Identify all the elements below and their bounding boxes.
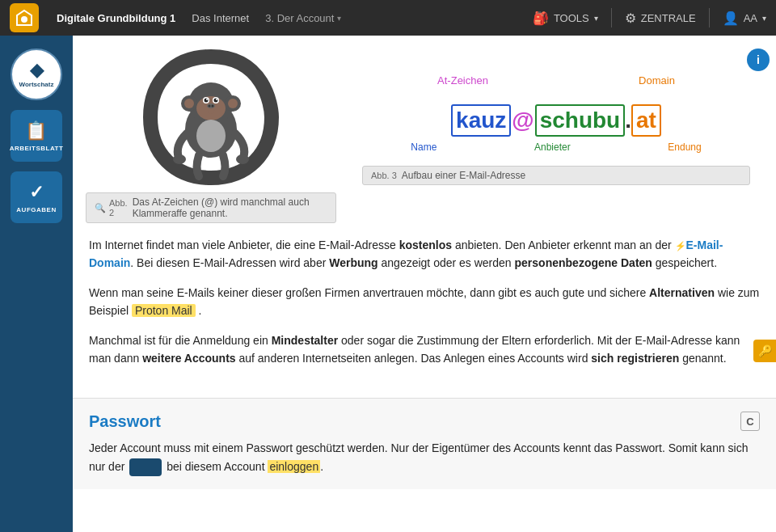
info-button[interactable]: i <box>747 49 770 71</box>
monkey-svg <box>142 49 280 186</box>
zoom-icon: 🔍 <box>95 203 106 213</box>
user-menu-button[interactable]: 👤 AA ▾ <box>723 11 766 26</box>
svg-point-12 <box>214 99 218 103</box>
email-part-provider: schubu <box>535 104 626 137</box>
monkey-image <box>142 49 280 186</box>
figure-2-box: 🔍 Abb. 2 Das At-Zeichen (@) wird manchma… <box>86 49 336 223</box>
aufgaben-icon: ✓ <box>29 182 44 203</box>
passwort-badge: C <box>740 412 760 431</box>
label-domain: Domain <box>639 74 675 87</box>
label-anbieter: Anbieter <box>534 141 571 153</box>
nav-divider2 <box>709 8 710 27</box>
einloggen-highlight: einloggen <box>268 460 320 473</box>
paragraph-2: Wenn man seine E-Mails keiner dieser gro… <box>89 284 760 320</box>
sidebar-item-aufgaben[interactable]: ✓ AUFGABEN <box>11 171 62 223</box>
tools-icon: 🎒 <box>533 11 549 26</box>
email-part-tld: at <box>631 104 661 137</box>
chevron-down-icon: ▾ <box>337 14 341 23</box>
passwort-header: Passwort C <box>89 412 760 431</box>
app-logo[interactable] <box>10 3 39 32</box>
passwort-section: Passwort C Jeder Account muss mit einem … <box>73 398 776 489</box>
nav-crumb-chapter[interactable]: Das Internet <box>183 0 257 36</box>
sidebar-item-arbeitsblatt[interactable]: 📋 ARBEITSBLATT <box>11 110 62 162</box>
tools-chevron-icon: ▾ <box>594 14 598 23</box>
label-name: Name <box>411 141 436 153</box>
sidebar-item-wortschatz[interactable]: ◆ Wortschatz <box>11 49 62 100</box>
email-diagram: At-Zeichen Domain kauz @ schubu . at Nam… <box>349 49 763 210</box>
proton-mail-link[interactable]: Proton Mail <box>132 304 196 317</box>
top-navigation: Digitale Grundbildung 1 Das Internet 3. … <box>0 0 776 36</box>
bold-registrieren: sich registrieren <box>591 352 679 365</box>
user-chevron-icon: ▾ <box>762 14 766 23</box>
user-icon: 👤 <box>723 11 739 26</box>
zentrale-icon: ⚙ <box>625 11 636 26</box>
paragraph-3: Manchmal ist für die Anmeldung ein Minde… <box>89 331 760 368</box>
tools-button[interactable]: 🎒 TOOLS ▾ <box>533 11 598 26</box>
svg-point-5 <box>184 99 194 108</box>
bold-kostenlos: kostenlos <box>399 239 452 251</box>
arbeitsblatt-icon: 📋 <box>25 120 48 141</box>
svg-point-16 <box>209 105 211 108</box>
diamond-icon: ◆ <box>30 61 44 79</box>
email-address-display: kauz @ schubu . at <box>451 104 661 137</box>
svg-point-19 <box>236 154 249 164</box>
content-area: 🔍 Abb. 2 Das At-Zeichen (@) wird manchma… <box>73 36 776 532</box>
zentrale-button[interactable]: ⚙ ZENTRALE <box>625 11 696 26</box>
bold-alternativen: Alternativen <box>649 286 715 299</box>
nav-crumb-section[interactable]: 3. Der Account ▾ <box>257 0 349 36</box>
svg-point-1 <box>21 16 27 23</box>
email-part-name: kauz <box>451 104 511 137</box>
bottom-icon-placeholder <box>129 458 162 476</box>
passwort-text: Jeder Account muss mit einem Passwort ge… <box>89 439 760 476</box>
figure-3-caption: Abb. 3 Aufbau einer E-Mail-Adresse <box>362 166 750 185</box>
svg-point-18 <box>173 154 186 164</box>
text-content: Im Internet findet man viele Anbieter, d… <box>73 223 776 391</box>
label-endung: Endung <box>668 141 701 153</box>
svg-point-11 <box>205 99 209 103</box>
svg-point-13 <box>206 99 208 100</box>
svg-point-14 <box>216 99 217 100</box>
figure-2-caption: 🔍 Abb. 2 Das At-Zeichen (@) wird manchma… <box>86 192 336 223</box>
email-part-dot: . <box>625 108 631 133</box>
bold-personenbezogene: personenbezogene Daten <box>515 256 652 269</box>
tool-fab-button[interactable]: 🔑 <box>753 340 776 362</box>
email-part-at: @ <box>511 108 534 133</box>
sidebar: ◆ Wortschatz 📋 ARBEITSBLATT ✓ AUFGABEN <box>0 36 73 532</box>
svg-point-20 <box>196 120 226 152</box>
label-at-zeichen: At-Zeichen <box>437 74 488 87</box>
nav-divider <box>611 8 612 27</box>
svg-point-7 <box>228 99 238 108</box>
bold-werbung: Werbung <box>329 256 377 269</box>
bold-mindestalter: Mindestalter <box>272 334 338 347</box>
svg-point-17 <box>212 105 214 108</box>
nav-crumb-course[interactable]: Digitale Grundbildung 1 <box>48 0 183 36</box>
paragraph-1: Im Internet findet man viele Anbieter, d… <box>89 236 760 272</box>
key-icon: 🔑 <box>758 344 772 357</box>
image-section: 🔍 Abb. 2 Das At-Zeichen (@) wird manchma… <box>73 36 776 223</box>
bold-weitere-accounts: weitere Accounts <box>142 352 235 365</box>
passwort-title: Passwort <box>89 412 161 431</box>
